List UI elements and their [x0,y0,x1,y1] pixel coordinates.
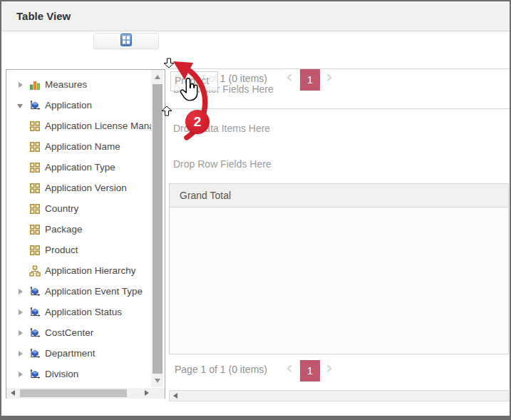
tree-item[interactable]: Application Event Type [6,281,151,302]
table-horizontal-scrollbar[interactable] [169,390,509,401]
pivot-table: Grand Total [169,183,509,354]
tree-item-label: Application Type [45,162,115,173]
tree-vertical-scrollbar[interactable] [151,70,163,387]
attribute-icon [29,121,45,132]
tree-item-label: Application License Mana [45,121,151,131]
tree-item[interactable]: Package [6,219,151,240]
dimension-icon [29,286,45,297]
pager-bottom: Page 1 of 1 (0 items) 1 [0,354,511,390]
tree-item-label: Application Hierarchy [45,265,136,276]
dimension-icon [29,307,45,318]
window-titlebar: Table View [1,1,510,31]
page-number-button[interactable]: 1 [300,360,320,381]
step-2-badge: 2 [185,110,210,134]
triangle-left-icon[interactable] [11,390,15,396]
expander-collapsed-icon[interactable] [16,330,29,336]
tree-item-label: Application [45,100,92,111]
expander-expanded-icon[interactable] [16,103,29,108]
tree-item-label: Application Version [45,183,127,193]
tree-item-label: CostCenter [45,327,93,338]
triangle-right-icon[interactable] [145,390,149,396]
tree-item[interactable]: Measures [6,74,151,95]
pager-summary: Page 1 of 1 (0 items) [175,364,267,375]
tree-item-label: Country [45,203,78,214]
dimension-icon [29,100,45,111]
chevron-left-icon[interactable] [286,359,293,377]
horizontal-scroll-thumb[interactable] [20,389,127,397]
tree-item[interactable]: Application Version [6,178,151,198]
expander-collapsed-icon[interactable] [16,289,29,294]
triangle-up-icon [155,75,160,79]
table-view-window: Table View Page 1 of 1 (0 items) 1 Measu… [0,0,511,420]
tree-item-label: Application Event Type [45,286,143,297]
attribute-icon [29,183,45,194]
drop-indicator-up-icon [160,106,173,116]
attribute-icon [29,224,45,235]
triangle-left-icon[interactable] [173,393,177,399]
hierarchy-icon [29,265,45,277]
tree-item[interactable]: Country [6,198,151,219]
window-title: Table View [16,10,71,22]
dimension-icon [29,327,45,339]
attribute-icon [29,245,45,256]
tree-item[interactable]: CostCenter [6,322,151,343]
tree-item[interactable]: Application [6,95,151,116]
tree-item-label: Product [45,245,78,255]
hand-cursor-icon [179,77,200,104]
drop-indicator-down-icon [162,58,175,68]
tree-item-label: Application Name [45,141,120,152]
expander-collapsed-icon[interactable] [16,82,29,88]
attribute-icon [29,141,45,153]
grand-total-header: Grand Total [170,184,508,208]
attribute-icon [29,162,45,173]
row-fields-drop-zone[interactable]: Drop Row Fields Here [173,158,272,170]
attribute-icon [29,203,45,215]
tree-item[interactable]: Application License Mana [6,116,151,136]
expander-collapsed-icon[interactable] [16,309,29,315]
tree-item[interactable]: Application Name [6,136,151,157]
vertical-scroll-thumb[interactable] [153,84,162,374]
pager-top: Page 1 of 1 (0 items) 1 [0,31,511,68]
field-list-panel: MeasuresApplicationApplication License M… [6,69,165,399]
tree-item-label: Package [45,224,83,235]
measures-icon [29,79,45,91]
tree-item[interactable]: Application Type [6,157,151,178]
pivot-data-area [170,208,508,354]
tree-item[interactable]: Application Hierarchy [6,260,151,281]
tree-item[interactable]: Application Status [6,302,151,322]
tree-item-label: Measures [45,79,87,90]
grand-total-label: Grand Total [180,190,231,201]
chevron-right-icon[interactable] [326,359,333,377]
tree-item-label: Application Status [45,307,122,317]
tree-item[interactable]: Product [6,240,151,260]
field-tree-list: MeasuresApplicationApplication License M… [6,74,151,384]
scroll-up-button[interactable] [151,71,163,83]
